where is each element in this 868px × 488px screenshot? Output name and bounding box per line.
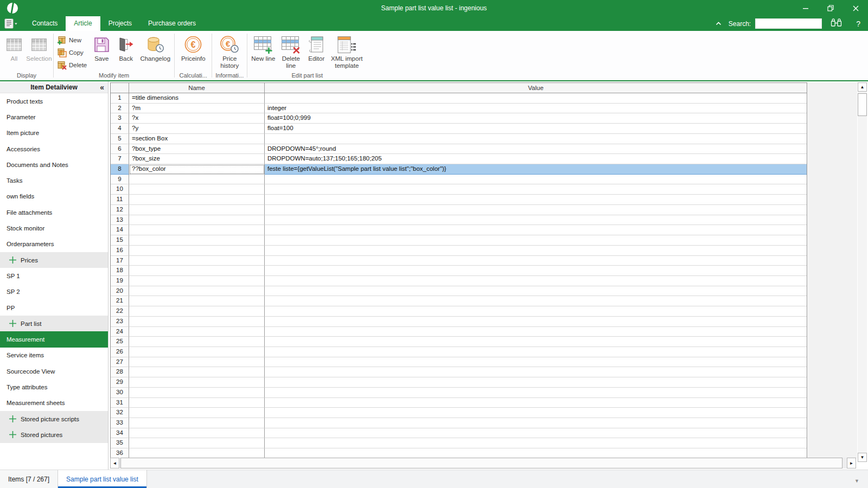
- row-number-cell[interactable]: 27: [111, 357, 129, 368]
- name-cell[interactable]: [129, 205, 265, 215]
- value-cell[interactable]: integer: [265, 104, 807, 114]
- close-button[interactable]: [843, 0, 868, 16]
- sidebar-item-product-texts[interactable]: Product texts: [0, 93, 108, 109]
- scroll-up-icon[interactable]: ▲: [858, 82, 867, 92]
- bottom-tab-sample-part-list-value-list[interactable]: Sample part list value list: [58, 470, 147, 488]
- name-cell[interactable]: [129, 256, 265, 266]
- search-input[interactable]: [755, 18, 822, 29]
- menu-tab-purchase-orders[interactable]: Purchase orders: [140, 16, 204, 31]
- row-number-cell[interactable]: 10: [111, 184, 129, 195]
- row-number-cell[interactable]: 28: [111, 367, 129, 377]
- value-cell[interactable]: [265, 347, 807, 357]
- row-number-cell[interactable]: 31: [111, 398, 129, 408]
- name-cell[interactable]: =section Box: [129, 134, 265, 144]
- menu-tab-projects[interactable]: Projects: [100, 16, 140, 31]
- name-cell[interactable]: [129, 215, 265, 226]
- name-cell[interactable]: [129, 327, 265, 337]
- value-cell[interactable]: feste liste={getValueList("Sample part l…: [265, 164, 807, 175]
- row-number-cell[interactable]: 26: [111, 347, 129, 357]
- value-cell[interactable]: float=100;0;999: [265, 113, 807, 124]
- name-cell[interactable]: ?x: [129, 113, 265, 124]
- horizontal-scroll-thumb[interactable]: [120, 458, 843, 468]
- sidebar-item-measurement-sheets[interactable]: Measurement sheets: [0, 395, 108, 411]
- row-number-cell[interactable]: 34: [111, 428, 129, 439]
- row-number-cell[interactable]: 4: [111, 124, 129, 134]
- value-cell[interactable]: [265, 175, 807, 185]
- value-cell[interactable]: [265, 408, 807, 418]
- name-cell[interactable]: [129, 347, 265, 357]
- value-cell[interactable]: [265, 367, 807, 377]
- value-cell[interactable]: [265, 327, 807, 337]
- row-number-cell[interactable]: 3: [111, 113, 129, 124]
- name-cell[interactable]: ??box_color: [129, 164, 265, 175]
- row-number-cell[interactable]: 36: [111, 448, 129, 458]
- row-number-cell[interactable]: 19: [111, 276, 129, 286]
- row-number-cell[interactable]: 22: [111, 306, 129, 317]
- row-number-cell[interactable]: 16: [111, 246, 129, 256]
- value-cell[interactable]: [265, 215, 807, 226]
- ribbon-collapse-icon[interactable]: [715, 21, 722, 26]
- sidebar-collapse-icon[interactable]: «: [100, 82, 104, 93]
- binoculars-search-icon[interactable]: [831, 18, 842, 29]
- ribbon-button-xml-import-template[interactable]: XML import template: [328, 32, 365, 69]
- name-cell[interactable]: [129, 438, 265, 448]
- row-number-cell[interactable]: 1: [111, 93, 129, 104]
- sidebar-item-sourcecode-view[interactable]: Sourcecode View: [0, 363, 108, 379]
- restore-button[interactable]: [818, 0, 843, 16]
- row-number-cell[interactable]: 14: [111, 225, 129, 235]
- value-cell[interactable]: [265, 225, 807, 235]
- name-cell[interactable]: [129, 418, 265, 428]
- name-cell[interactable]: [129, 367, 265, 377]
- sidebar-item-sp-2[interactable]: SP 2: [0, 284, 108, 300]
- name-cell[interactable]: [129, 276, 265, 286]
- name-cell[interactable]: ?box_type: [129, 144, 265, 155]
- minimize-button[interactable]: [793, 0, 818, 16]
- row-number-cell[interactable]: 33: [111, 418, 129, 428]
- sidebar-item-stored-pictures[interactable]: Stored pictures: [0, 427, 108, 442]
- scroll-right-icon[interactable]: ►: [847, 458, 856, 468]
- row-number-cell[interactable]: 24: [111, 327, 129, 337]
- row-number-cell[interactable]: 20: [111, 286, 129, 297]
- row-number-cell[interactable]: 15: [111, 235, 129, 246]
- name-cell[interactable]: ?y: [129, 124, 265, 134]
- value-cell[interactable]: [265, 93, 807, 104]
- sidebar-item-documents-and-notes[interactable]: Documents and Notes: [0, 157, 108, 172]
- value-cell[interactable]: DROPDOWN=45°;round: [265, 144, 807, 155]
- value-cell[interactable]: [265, 286, 807, 297]
- menu-tab-contacts[interactable]: Contacts: [24, 16, 66, 31]
- sidebar-item-orderparameters[interactable]: Orderparameters: [0, 236, 108, 252]
- name-cell[interactable]: ?box_size: [129, 154, 265, 164]
- value-cell[interactable]: [265, 184, 807, 195]
- name-cell[interactable]: =title dimensions: [129, 93, 265, 104]
- menu-tab-article[interactable]: Article: [66, 16, 100, 31]
- value-cell[interactable]: [265, 205, 807, 215]
- name-cell[interactable]: [129, 286, 265, 297]
- value-cell[interactable]: [265, 438, 807, 448]
- name-cell[interactable]: [129, 388, 265, 398]
- row-number-cell[interactable]: 11: [111, 195, 129, 205]
- sidebar-item-own-fields[interactable]: own fields: [0, 189, 108, 204]
- row-number-cell[interactable]: 9: [111, 175, 129, 185]
- value-cell[interactable]: [265, 296, 807, 306]
- sidebar-item-part-list[interactable]: Part list: [0, 316, 108, 331]
- value-cell[interactable]: [265, 306, 807, 317]
- name-cell[interactable]: [129, 225, 265, 235]
- ribbon-button-new-line[interactable]: New line: [249, 32, 277, 62]
- name-cell[interactable]: [129, 377, 265, 388]
- name-cell[interactable]: [129, 266, 265, 276]
- value-cell[interactable]: [265, 398, 807, 408]
- value-cell[interactable]: [265, 256, 807, 266]
- ribbon-button-delete[interactable]: Delete: [56, 59, 87, 71]
- row-number-cell[interactable]: 12: [111, 205, 129, 215]
- row-number-cell[interactable]: 32: [111, 408, 129, 418]
- value-cell[interactable]: [265, 276, 807, 286]
- scroll-down-icon[interactable]: ▼: [858, 453, 867, 462]
- value-cell[interactable]: [265, 246, 807, 256]
- ribbon-button-selection[interactable]: Selection: [27, 32, 52, 62]
- name-cell[interactable]: [129, 175, 265, 185]
- vertical-scrollbar[interactable]: ▲ ▼: [858, 82, 867, 462]
- row-number-cell[interactable]: 17: [111, 256, 129, 266]
- bottom-tab-items-7-267[interactable]: Items [7 / 267]: [0, 470, 58, 488]
- sidebar-item-measurement[interactable]: Measurement: [0, 331, 108, 347]
- row-number-cell[interactable]: 6: [111, 144, 129, 155]
